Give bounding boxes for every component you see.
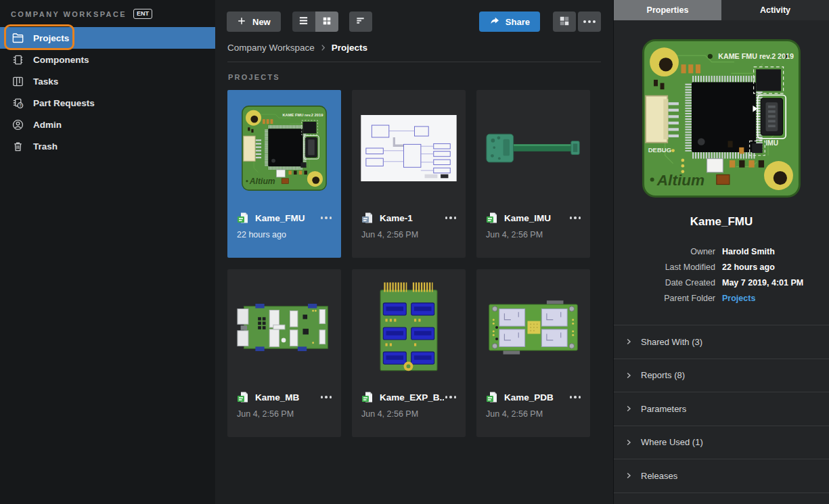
parent-folder-link[interactable]: Projects <box>722 293 755 304</box>
project-more-button[interactable] <box>319 214 334 222</box>
project-card-kame-imu[interactable]: Kame_IMU Jun 4, 2:56 PM <box>476 90 590 258</box>
property-label: Date Created <box>623 277 722 289</box>
app-window: COMPANY WORKSPACE ENT Projects Com <box>0 0 829 504</box>
chip-question-icon: ? <box>12 97 24 110</box>
sidebar-item-label: Part Requests <box>33 98 95 108</box>
person-circle-icon <box>12 118 24 131</box>
chevron-right-icon <box>625 338 632 345</box>
sidebar-item-label: Tasks <box>33 76 58 87</box>
tab-properties[interactable]: Properties <box>614 0 721 20</box>
property-row-date-created: Date Created May 7 2019, 4:01 PM <box>614 275 829 291</box>
list-view-icon <box>298 16 309 28</box>
project-doc-icon <box>361 391 374 403</box>
section-reports[interactable]: Reports (8) <box>614 359 829 392</box>
project-card-kame-1[interactable]: Kame-1 Jun 4, 2:56 PM <box>352 90 466 258</box>
project-modified: 22 hours ago <box>237 230 333 239</box>
sidebar-item-label: Trash <box>33 141 58 152</box>
project-more-button[interactable] <box>319 393 334 401</box>
sidebar-item-tasks[interactable]: Tasks <box>0 70 215 92</box>
panels-button[interactable] <box>553 12 576 32</box>
project-doc-icon <box>361 212 374 224</box>
property-value: 22 hours ago <box>722 262 775 273</box>
project-name: Kame-1 <box>380 213 413 223</box>
panels-icon <box>559 16 570 28</box>
project-card-kame-exp[interactable]: Kame_EXP_B... Jun 4, 2:56 PM <box>352 269 466 437</box>
section-label: Where Used (1) <box>641 437 703 447</box>
property-row-owner: Owner Harold Smith <box>614 244 829 260</box>
tab-activity[interactable]: Activity <box>721 0 829 20</box>
project-name: Kame_EXP_B... <box>380 392 444 403</box>
section-label: Shared With (3) <box>641 337 702 347</box>
property-row-last-modified: Last Modified 22 hours ago <box>614 260 829 275</box>
sort-button[interactable] <box>349 12 372 32</box>
section-label: Releases <box>641 471 677 481</box>
chevron-right-icon <box>625 405 632 412</box>
project-modified: Jun 4, 2:56 PM <box>361 230 457 239</box>
project-more-button[interactable] <box>444 214 458 222</box>
sidebar-item-part-requests[interactable]: ? Part Requests <box>0 92 215 114</box>
ellipsis-icon <box>583 20 596 23</box>
sidebar-item-trash[interactable]: Trash <box>0 135 215 157</box>
svg-text:KAME FMU rev.2 2019: KAME FMU rev.2 2019 <box>718 52 794 60</box>
workspace-header: COMPANY WORKSPACE ENT <box>0 9 215 27</box>
ent-badge: ENT <box>133 9 152 19</box>
breadcrumb-parent[interactable]: Company Workspace <box>227 43 315 53</box>
sidebar-item-projects[interactable]: Projects <box>0 27 215 49</box>
share-button[interactable]: Share <box>479 12 540 32</box>
properties-panel: Properties Activity KAME FMU rev.2 2019 <box>613 0 829 504</box>
project-name: Kame_MB <box>255 392 299 403</box>
project-modified: Jun 4, 2:56 PM <box>361 409 457 419</box>
ellipsis-icon <box>570 216 581 219</box>
card-footer: Kame_MB Jun 4, 2:56 PM <box>227 386 341 419</box>
section-shared-with[interactable]: Shared With (3) <box>614 325 829 359</box>
sidebar-item-label: Projects <box>33 33 69 43</box>
project-more-button[interactable] <box>568 214 583 222</box>
sidebar-item-label: Components <box>33 55 89 65</box>
project-doc-icon <box>486 212 498 224</box>
section-label: Parameters <box>641 404 686 414</box>
project-card-kame-fmu[interactable]: KAME FMU rev.2 2019 <box>227 90 341 258</box>
grid-view-icon <box>322 16 332 28</box>
card-footer: Kame-1 Jun 4, 2:56 PM <box>352 206 466 239</box>
sidebar-item-admin[interactable]: Admin <box>0 114 215 135</box>
property-label: Owner <box>623 246 722 258</box>
sidebar-item-components[interactable]: Components <box>0 49 215 70</box>
chevron-right-icon <box>625 439 632 446</box>
view-toggle-group <box>292 12 338 32</box>
panel-project-title: Kame_FMU <box>614 215 829 229</box>
folder-icon <box>12 32 24 45</box>
sidebar: COMPANY WORKSPACE ENT Projects Com <box>0 0 215 504</box>
chevron-right-icon <box>625 372 632 379</box>
card-footer: Kame_EXP_B... Jun 4, 2:56 PM <box>352 386 466 419</box>
project-thumbnail-expansion-board <box>352 269 466 386</box>
project-doc-icon <box>237 391 249 403</box>
breadcrumb: Company Workspace Projects <box>215 32 613 53</box>
toolbar: New <box>215 0 613 32</box>
project-more-button[interactable] <box>444 393 458 401</box>
new-button-label: New <box>252 17 271 27</box>
grid-view-button[interactable] <box>315 12 338 32</box>
property-label: Last Modified <box>623 262 722 273</box>
list-view-button[interactable] <box>292 12 315 32</box>
project-thumbnail-imu-strip <box>476 90 590 206</box>
section-parameters[interactable]: Parameters <box>614 392 829 426</box>
panel-tabs: Properties Activity <box>614 0 829 20</box>
new-button[interactable]: New <box>227 12 281 32</box>
section-releases[interactable]: Releases <box>614 459 829 492</box>
share-button-label: Share <box>506 17 530 27</box>
project-thumbnail-power-board <box>476 269 590 386</box>
svg-text:DEBUG: DEBUG <box>648 146 671 154</box>
kanban-icon <box>12 75 24 88</box>
project-card-kame-pdb[interactable]: Kame_PDB Jun 4, 2:56 PM <box>476 269 590 437</box>
section-where-used[interactable]: Where Used (1) <box>614 426 829 459</box>
project-name: Kame_FMU <box>255 213 305 223</box>
property-value: May 7 2019, 4:01 PM <box>722 277 803 289</box>
project-card-kame-mb[interactable]: Kame_MB Jun 4, 2:56 PM <box>227 269 341 437</box>
card-footer: Kame_IMU Jun 4, 2:56 PM <box>476 206 590 239</box>
projects-grid: KAME FMU rev.2 2019 <box>215 90 613 437</box>
project-more-button[interactable] <box>568 393 583 401</box>
more-options-button[interactable] <box>578 12 601 32</box>
project-modified: Jun 4, 2:56 PM <box>486 409 582 419</box>
project-thumbnail-schematic <box>352 90 466 206</box>
projects-section-label: PROJECTS <box>215 62 613 90</box>
